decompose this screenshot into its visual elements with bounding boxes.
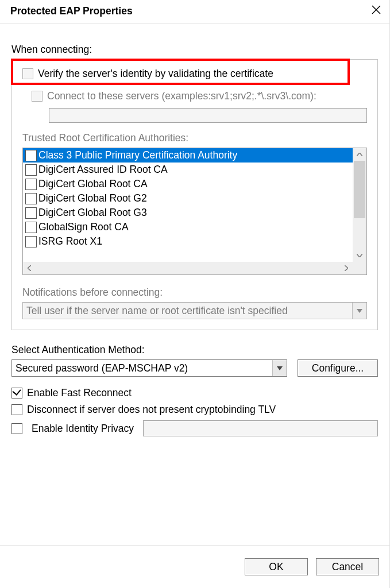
disconnect-cryptobinding-label: Disconnect if server does not present cr… — [27, 404, 276, 416]
scroll-thumb[interactable] — [354, 161, 365, 218]
connect-servers-checkbox[interactable] — [32, 91, 43, 102]
notifications-dropdown[interactable]: Tell user if the server name or root cer… — [22, 302, 367, 319]
chevron-up-icon — [357, 153, 362, 156]
trusted-root-name: DigiCert Global Root G2 — [38, 192, 147, 204]
svg-marker-2 — [357, 309, 362, 313]
configure-button[interactable]: Configure... — [298, 359, 378, 377]
identity-privacy-row: Enable Identity Privacy — [11, 420, 378, 436]
scroll-right-button[interactable] — [340, 262, 353, 274]
trusted-roots-label: Trusted Root Certification Authorities: — [22, 132, 367, 144]
connect-servers-input[interactable] — [49, 108, 367, 123]
identity-privacy-checkbox[interactable] — [11, 423, 22, 434]
svg-marker-3 — [277, 366, 283, 370]
trusted-root-item[interactable]: GlobalSign Root CA — [23, 220, 353, 234]
titlebar: Protected EAP Properties — [0, 0, 389, 24]
trusted-root-name: ISRG Root X1 — [38, 235, 102, 247]
verify-identity-row: Verify the server's identity by validati… — [22, 68, 367, 80]
notifications-dropdown-button[interactable] — [352, 303, 366, 319]
auth-method-row: Secured password (EAP-MSCHAP v2) Configu… — [11, 359, 378, 377]
when-connecting-group: Verify the server's identity by validati… — [11, 59, 378, 330]
close-icon — [371, 5, 381, 15]
connect-servers-field-wrap — [49, 108, 367, 123]
chevron-down-icon — [277, 366, 283, 370]
scroll-corner — [353, 262, 366, 274]
trusted-root-checkbox[interactable] — [25, 179, 37, 190]
notifications-value: Tell user if the server name or root cer… — [23, 305, 352, 317]
disconnect-cryptobinding-checkbox[interactable] — [11, 404, 22, 415]
scroll-left-button[interactable] — [23, 262, 36, 274]
client-area: When connecting: Verify the server's ide… — [0, 24, 389, 436]
trusted-root-name: DigiCert Assured ID Root CA — [38, 164, 168, 176]
trusted-root-item[interactable]: ISRG Root X1 — [23, 234, 353, 249]
trusted-root-checkbox[interactable] — [25, 207, 37, 219]
scroll-down-button[interactable] — [353, 249, 366, 262]
lower-checks: Enable Fast Reconnect Disconnect if serv… — [11, 387, 378, 436]
notifications-label: Notifications before connecting: — [22, 287, 367, 299]
identity-privacy-input[interactable] — [143, 420, 378, 436]
trusted-root-item[interactable]: DigiCert Global Root CA — [23, 177, 353, 191]
auth-method-dropdown[interactable]: Secured password (EAP-MSCHAP v2) — [11, 359, 287, 377]
verify-identity-label: Verify the server's identity by validati… — [38, 68, 273, 80]
dialog: Protected EAP Properties When connecting… — [0, 0, 390, 588]
trusted-root-checkbox[interactable] — [25, 193, 37, 204]
chevron-left-icon — [28, 265, 31, 271]
trusted-roots-list[interactable]: Class 3 Public Primary Certification Aut… — [23, 148, 353, 262]
auth-method-dropdown-button[interactable] — [272, 360, 287, 376]
fast-reconnect-checkbox[interactable] — [11, 388, 22, 399]
disconnect-cryptobinding-row: Disconnect if server does not present cr… — [11, 404, 378, 416]
trusted-root-name: DigiCert Global Root G3 — [38, 207, 147, 219]
trusted-root-checkbox[interactable] — [25, 164, 37, 176]
horizontal-scrollbar[interactable] — [23, 262, 353, 274]
fast-reconnect-label: Enable Fast Reconnect — [27, 387, 132, 399]
chevron-down-icon — [357, 309, 362, 313]
close-button[interactable] — [371, 5, 381, 18]
chevron-right-icon — [345, 265, 348, 271]
trusted-root-name: DigiCert Global Root CA — [38, 178, 148, 190]
trusted-root-name: GlobalSign Root CA — [38, 221, 129, 233]
bottom-button-bar: OK Cancel — [0, 545, 389, 575]
trusted-root-item[interactable]: DigiCert Global Root G3 — [23, 206, 353, 220]
trusted-roots-listbox[interactable]: Class 3 Public Primary Certification Aut… — [22, 148, 367, 275]
when-connecting-label: When connecting: — [11, 44, 378, 56]
trusted-root-name: Class 3 Public Primary Certification Aut… — [38, 149, 237, 161]
trusted-root-item[interactable]: DigiCert Assured ID Root CA — [23, 163, 353, 177]
dialog-title: Protected EAP Properties — [10, 5, 133, 17]
verify-identity-checkbox[interactable] — [22, 68, 33, 79]
connect-servers-label: Connect to these servers (examples:srv1;… — [47, 90, 316, 102]
trusted-root-checkbox[interactable] — [25, 222, 37, 233]
trusted-root-checkbox[interactable] — [25, 150, 37, 161]
identity-privacy-label: Enable Identity Privacy — [32, 423, 134, 435]
auth-method-value: Secured password (EAP-MSCHAP v2) — [12, 362, 272, 374]
trusted-root-item[interactable]: Class 3 Public Primary Certification Aut… — [23, 148, 353, 163]
scroll-up-button[interactable] — [353, 148, 366, 161]
connect-servers-row: Connect to these servers (examples:srv1;… — [32, 90, 367, 102]
cancel-button[interactable]: Cancel — [316, 558, 379, 575]
chevron-down-icon — [357, 254, 362, 257]
auth-method-label: Select Authentication Method: — [11, 344, 378, 356]
vertical-scrollbar[interactable] — [353, 148, 366, 262]
fast-reconnect-row: Enable Fast Reconnect — [11, 387, 378, 399]
trusted-root-item[interactable]: DigiCert Global Root G2 — [23, 191, 353, 206]
trusted-root-checkbox[interactable] — [25, 236, 37, 247]
ok-button[interactable]: OK — [245, 558, 308, 575]
